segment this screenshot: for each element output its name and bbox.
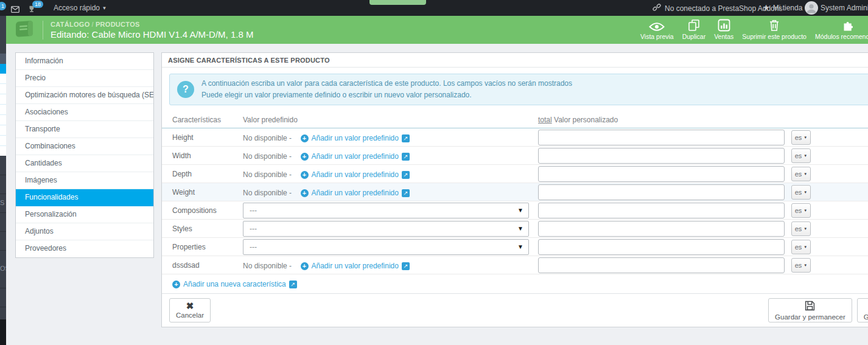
predefined-value-select[interactable]: ---▼ (243, 239, 529, 255)
sales-button[interactable]: Ventas (714, 18, 733, 40)
feature-name: Compositions (172, 206, 217, 215)
info-box: ? A continuación escriba un valor para c… (169, 74, 868, 105)
link-label: Añadir un valor predefinido (312, 189, 399, 197)
language-selector-button[interactable]: es▼ (791, 148, 811, 163)
add-feature-row: +Añadir una nueva característica↗ (162, 274, 868, 294)
my-shop-label: Mi tienda (773, 4, 803, 12)
menu-submenu-flyout (0, 74, 6, 156)
custom-value-input[interactable] (538, 166, 785, 182)
link-label: Añadir un valor predefinido (312, 262, 399, 270)
not-available-text: No disponible - (243, 189, 292, 197)
avatar[interactable] (805, 1, 818, 17)
preview-button[interactable]: Vista previa (640, 18, 674, 40)
panel-footer: ✖ Cancelar Guardar y permanecer Guardar (162, 293, 868, 327)
caret-down-icon: ▼ (803, 227, 807, 231)
menu-item-active-catalog[interactable] (0, 64, 6, 74)
custom-value-input[interactable] (538, 239, 785, 255)
tab-informacion[interactable]: Información (16, 53, 153, 70)
tab-funcionalidades[interactable]: Funcionalidades (16, 189, 153, 206)
caret-down-icon: ▼ (803, 263, 807, 267)
tab-imagenes[interactable]: Imágenes (16, 172, 153, 189)
add-predefined-value-link[interactable]: +Añadir un valor predefinido↗ (301, 262, 410, 270)
predefined-value-select[interactable]: ---▼ (243, 203, 529, 218)
save-and-stay-button[interactable]: Guardar y permanecer (768, 298, 852, 322)
tab-adjuntos[interactable]: Adjuntos (16, 223, 153, 240)
language-selector-button[interactable]: es▼ (791, 130, 811, 145)
col-header-custom: total Valor personalizado (538, 116, 618, 124)
tab-transporte[interactable]: Transporte (16, 121, 153, 138)
add-predefined-value-link[interactable]: +Añadir un valor predefinido↗ (301, 189, 410, 197)
menu-label-fragment[interactable]: S (0, 199, 4, 206)
select-caret-icon: ▼ (517, 240, 523, 254)
tab-combinaciones[interactable]: Combinaciones (16, 138, 153, 155)
language-selector-button[interactable]: es▼ (791, 203, 811, 218)
not-available-text: No disponible - (243, 152, 292, 161)
custom-value-input[interactable] (538, 148, 785, 164)
sales-label: Ventas (714, 33, 733, 40)
main-menu-strip[interactable]: S OS (0, 16, 6, 345)
custom-value-input[interactable] (538, 221, 785, 237)
custom-value-input[interactable] (538, 203, 785, 218)
save-and-stay-label: Guardar y permanecer (775, 313, 845, 321)
breadcrumb-section[interactable]: CATÁLOGO (51, 21, 90, 28)
language-selector-button[interactable]: es▼ (791, 167, 811, 181)
custom-value-input[interactable] (538, 184, 785, 200)
language-code: es (795, 243, 802, 251)
info-line-1: A continuación escriba un valor para cad… (201, 78, 572, 89)
add-new-feature-link[interactable]: +Añadir una nueva característica↗ (172, 280, 297, 288)
save-button[interactable]: Guardar (857, 298, 868, 322)
tab-precio[interactable]: Precio (16, 70, 153, 87)
bar-chart-icon (718, 18, 730, 32)
breadcrumb: CATÁLOGO/PRODUCTOS (51, 21, 253, 28)
chevron-down-icon: ▼ (102, 5, 107, 11)
delete-product-button[interactable]: Suprimir este producto (742, 18, 807, 40)
custom-value-input[interactable] (538, 130, 785, 145)
tab-proveedores[interactable]: Proveedores (16, 240, 153, 257)
caret-down-icon: ▼ (803, 136, 807, 139)
caret-down-icon: ▼ (803, 245, 807, 249)
plus-circle-icon: + (301, 153, 309, 161)
custom-value-input[interactable] (538, 257, 785, 273)
header-actions: Vista previa Duplicar Ventas Suprimir es… (640, 18, 868, 40)
add-predefined-value-link[interactable]: +Añadir un valor predefinido↗ (301, 152, 410, 161)
cancel-button[interactable]: ✖ Cancelar (169, 298, 211, 322)
language-selector-button[interactable]: es▼ (791, 185, 811, 200)
catalog-book-icon (15, 19, 35, 40)
quick-access-label: Acceso rápido (54, 4, 100, 12)
language-selector-button[interactable]: es▼ (791, 221, 811, 236)
menu-collapse-area[interactable] (0, 319, 6, 345)
recommended-modules-button[interactable]: Módulos recomendados (815, 18, 868, 40)
user-menu[interactable]: System Administrat (821, 4, 868, 12)
add-predefined-value-link[interactable]: +Añadir un valor predefinido↗ (301, 134, 410, 142)
tab-cantidades[interactable]: Cantidades (16, 155, 153, 172)
menu-item-partial[interactable] (0, 54, 6, 64)
external-link-icon: ↗ (402, 153, 410, 161)
breadcrumb-page[interactable]: PRODUCTOS (96, 21, 140, 28)
link-label: Añadir un valor predefinido (312, 152, 399, 161)
select-value: --- (250, 206, 257, 215)
language-code: es (795, 262, 802, 269)
language-selector-button[interactable]: es▼ (791, 240, 811, 254)
plus-circle-icon: + (301, 262, 309, 270)
add-predefined-value-link[interactable]: +Añadir un valor predefinido↗ (301, 170, 410, 179)
my-shop-link[interactable]: ★ Mi tienda (763, 4, 802, 12)
tab-personalizacion[interactable]: Personalización (16, 206, 153, 223)
tab-asociaciones[interactable]: Asociaciones (16, 104, 153, 121)
language-selector-button[interactable]: es▼ (791, 258, 811, 273)
external-link-icon: ↗ (402, 134, 410, 142)
menu-label-fragment[interactable]: OS (0, 265, 6, 272)
table-row: Depth No disponible - +Añadir un valor p… (162, 165, 868, 183)
not-available-text: No disponible - (243, 134, 292, 142)
save-icon (805, 301, 815, 312)
notification-badge[interactable]: 1 (0, 2, 6, 10)
messages-icon[interactable] (11, 4, 19, 15)
feature-name: Depth (172, 170, 192, 178)
quick-access-menu[interactable]: Acceso rápido ▼ (54, 4, 107, 12)
page-title: Editando: Cable Micro HDMI V1.4 A/M-D/M,… (51, 29, 253, 40)
duplicate-button[interactable]: Duplicar (682, 18, 706, 40)
link-label: Añadir una nueva característica (183, 280, 286, 288)
table-row: Weight No disponible - +Añadir un valor … (162, 183, 868, 201)
plus-circle-icon: + (301, 189, 309, 197)
tab-seo[interactable]: Optimización motores de búsqueda (SEO) (16, 87, 153, 104)
predefined-value-select[interactable]: ---▼ (243, 221, 529, 237)
